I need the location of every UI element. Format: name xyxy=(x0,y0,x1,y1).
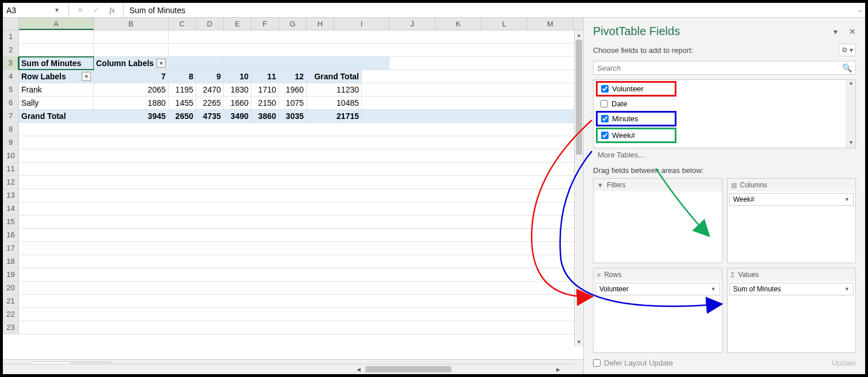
fieldlist-scrollbar[interactable]: ▲ ▼ xyxy=(846,80,855,148)
rows-area[interactable]: ≡Rows Volunteer▼ xyxy=(593,268,722,353)
col-header-B[interactable]: B xyxy=(94,18,169,30)
pivottable-fields-pane: PivotTable Fields ▾ ✕ Choose fields to a… xyxy=(583,18,865,374)
row-header-6[interactable]: 6 xyxy=(3,97,19,109)
filters-area[interactable]: ▼Filters xyxy=(593,178,722,263)
fieldlist-up-icon[interactable]: ▲ xyxy=(847,80,855,88)
update-button[interactable]: Update xyxy=(832,359,856,367)
pane-dropdown-icon[interactable]: ▾ xyxy=(833,27,838,36)
area-item-week[interactable]: Week#▼ xyxy=(729,193,854,206)
cancel-icon: ✕ xyxy=(76,6,84,15)
row-header-3[interactable]: 3 xyxy=(3,57,19,70)
col-header-L[interactable]: L xyxy=(481,18,527,30)
col-header-I[interactable]: I xyxy=(334,18,389,30)
fx-icon[interactable]: fx xyxy=(108,6,116,15)
select-all-corner[interactable] xyxy=(3,18,19,30)
formula-input[interactable] xyxy=(123,3,854,17)
pane-title: PivotTable Fields xyxy=(593,25,680,38)
namebox-dropdown-icon[interactable]: ▼ xyxy=(52,3,62,17)
col-header-A[interactable]: A xyxy=(19,18,94,30)
scroll-up-icon[interactable]: ▲ xyxy=(575,30,583,40)
gear-icon[interactable]: ⚙ ▾ xyxy=(839,44,856,56)
chevron-down-icon[interactable]: ▼ xyxy=(844,286,850,292)
formula-expand-icon[interactable]: ⌄ xyxy=(854,6,865,14)
fieldlist-down-icon[interactable]: ▼ xyxy=(847,140,855,148)
col-header-D[interactable]: D xyxy=(196,18,224,30)
scroll-down-icon[interactable]: ▼ xyxy=(575,337,583,347)
columns-area[interactable]: ▥Columns Week#▼ xyxy=(727,178,856,263)
col-header-G[interactable]: G xyxy=(279,18,307,30)
drag-areas-label: Drag fields between areas below: xyxy=(593,166,856,175)
table-row: 6 Sally 1880 1455 2265 1660 2150 1075 10… xyxy=(3,97,583,110)
cell-B3[interactable]: Column Labels▾ xyxy=(94,57,169,70)
defer-checkbox[interactable]: Defer Layout Update xyxy=(593,359,673,367)
sigma-icon: Σ xyxy=(731,271,735,278)
chevron-down-icon[interactable]: ▼ xyxy=(844,197,850,202)
row-header-1[interactable]: 1 xyxy=(3,30,19,43)
hscroll-thumb[interactable] xyxy=(365,366,452,372)
area-item-volunteer[interactable]: Volunteer▼ xyxy=(595,283,720,295)
col-header-K[interactable]: K xyxy=(435,18,481,30)
row-header-2[interactable]: 2 xyxy=(3,44,19,56)
field-list[interactable]: Volunteer Date Minutes Week# ▲ ▼ xyxy=(593,79,856,148)
search-input[interactable] xyxy=(597,64,842,72)
scroll-thumb[interactable] xyxy=(576,40,582,155)
cell-A4[interactable]: Row Labels▾ xyxy=(19,70,94,83)
row-header-7[interactable]: 7 xyxy=(3,110,19,122)
field-volunteer[interactable]: Volunteer xyxy=(596,81,676,97)
field-week[interactable]: Week# xyxy=(596,128,676,143)
sheet-tab-bar: ◀ ▶ Sheet2 Sheet1 ⊕ ◀ ▶ xyxy=(3,359,583,374)
scroll-right-icon[interactable]: ▶ xyxy=(553,364,563,374)
table-row: 5 Frank 2065 1195 2470 1830 1710 1960 11… xyxy=(3,83,583,97)
vertical-scrollbar[interactable]: ▲ ▼ xyxy=(574,30,583,347)
pane-close-icon[interactable]: ✕ xyxy=(849,27,856,36)
scroll-left-icon[interactable]: ◀ xyxy=(354,364,363,374)
spreadsheet-grid: A B C D E F G H I J K L M 1 2 3 Sum of M… xyxy=(3,18,583,359)
enter-icon: ✓ xyxy=(92,6,100,15)
filter-icon: ▼ xyxy=(597,182,603,188)
row-header-4[interactable]: 4 xyxy=(3,70,19,83)
pane-subtitle: Choose fields to add to report: xyxy=(593,46,693,55)
col-labels-filter-icon[interactable]: ▾ xyxy=(156,59,166,68)
row-header-5[interactable]: 5 xyxy=(3,83,19,96)
cell-A3[interactable]: Sum of Minutes xyxy=(19,57,94,70)
formula-bar: ▼ ✕ ✓ fx ⌄ xyxy=(3,3,865,18)
name-box[interactable] xyxy=(6,6,52,15)
field-search[interactable]: 🔍 xyxy=(593,61,856,75)
area-item-sum-minutes[interactable]: Sum of Minutes▼ xyxy=(729,283,854,295)
field-minutes[interactable]: Minutes xyxy=(596,111,676,126)
col-header-F[interactable]: F xyxy=(251,18,279,30)
field-date[interactable]: Date xyxy=(594,98,855,110)
col-header-J[interactable]: J xyxy=(389,18,435,30)
horizontal-scrollbar[interactable]: ◀ ▶ xyxy=(3,364,574,374)
row-labels-filter-icon[interactable]: ▾ xyxy=(82,72,91,81)
col-header-C[interactable]: C xyxy=(169,18,196,30)
columns-icon: ▥ xyxy=(731,182,737,189)
search-icon: 🔍 xyxy=(842,63,852,72)
values-area[interactable]: ΣValues Sum of Minutes▼ xyxy=(727,268,856,353)
col-header-E[interactable]: E xyxy=(224,18,251,30)
col-header-H[interactable]: H xyxy=(307,18,334,30)
chevron-down-icon[interactable]: ▼ xyxy=(711,286,716,292)
col-header-M[interactable]: M xyxy=(527,18,573,30)
rows-icon: ≡ xyxy=(597,271,601,278)
more-tables-link[interactable]: More Tables... xyxy=(593,151,856,159)
